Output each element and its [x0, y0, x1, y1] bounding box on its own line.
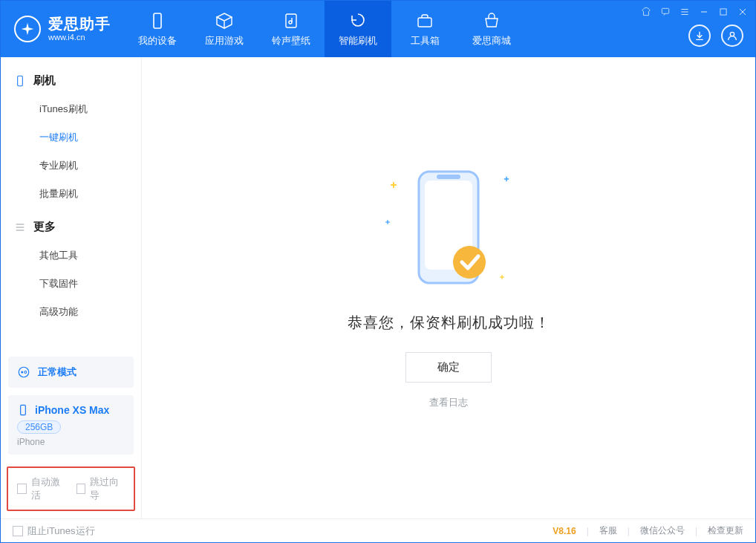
tab-label: 智能刷机	[339, 34, 377, 48]
footer-link-wechat[interactable]: 微信公众号	[640, 524, 685, 537]
tab-store[interactable]: 爱思商城	[458, 1, 525, 57]
logo-icon	[14, 16, 41, 42]
sidebar-item-batch-flash[interactable]: 批量刷机	[1, 180, 141, 208]
store-icon	[482, 11, 501, 30]
svg-point-2	[289, 21, 292, 24]
menu-icon[interactable]	[678, 5, 691, 19]
device-name: iPhone XS Max	[35, 404, 109, 416]
main-content: 恭喜您，保资料刷机成功啦！ 确定 查看日志	[142, 57, 755, 518]
main-nav: 我的设备 应用游戏 铃声壁纸 智能刷机 工具箱 爱思商城	[124, 1, 525, 57]
sidebar-item-other-tools[interactable]: 其他工具	[1, 241, 141, 270]
tab-label: 爱思商城	[472, 34, 511, 48]
skip-guide-checkbox[interactable]: 跳过向导	[76, 475, 126, 502]
svg-rect-0	[154, 13, 161, 28]
sidebar-item-onekey-flash[interactable]: 一键刷机	[1, 123, 141, 152]
tab-label: 铃声壁纸	[272, 34, 310, 48]
music-file-icon	[281, 11, 301, 30]
svg-rect-5	[662, 8, 668, 13]
feedback-icon[interactable]	[659, 5, 672, 19]
svg-rect-3	[418, 18, 431, 27]
success-title: 恭喜您，保资料刷机成功啦！	[348, 313, 550, 333]
tab-apps-games[interactable]: 应用游戏	[191, 1, 258, 57]
maximize-button[interactable]	[717, 5, 730, 19]
sidebar-section-more: 更多	[1, 212, 141, 241]
tab-label: 我的设备	[138, 34, 177, 48]
device-type: iPhone	[17, 437, 125, 447]
app-subtitle: www.i4.cn	[48, 33, 111, 42]
header: 爱思助手 www.i4.cn 我的设备 应用游戏 铃声壁纸 智能刷机	[1, 1, 755, 57]
cube-icon	[215, 11, 234, 30]
block-itunes-checkbox[interactable]: 阻止iTunes运行	[13, 524, 95, 538]
footer-link-check-update[interactable]: 检查更新	[708, 524, 743, 537]
tab-smart-flash[interactable]: 智能刷机	[325, 1, 391, 57]
device-mode-button[interactable]: 正常模式	[8, 357, 134, 388]
view-log-link[interactable]: 查看日志	[429, 396, 468, 409]
svg-point-10	[25, 371, 27, 374]
svg-rect-6	[720, 9, 726, 15]
download-button[interactable]	[688, 25, 711, 47]
sidebar-item-itunes-flash[interactable]: iTunes刷机	[1, 95, 141, 123]
svg-point-15	[453, 246, 486, 279]
device-card[interactable]: iPhone XS Max 256GB iPhone	[8, 395, 134, 455]
svg-rect-14	[437, 175, 460, 179]
success-illustration	[404, 167, 493, 293]
app-window: 爱思助手 www.i4.cn 我的设备 应用游戏 铃声壁纸 智能刷机	[0, 0, 756, 543]
close-button[interactable]	[736, 5, 749, 19]
mode-label: 正常模式	[38, 365, 76, 379]
svg-point-9	[21, 371, 23, 374]
footer: 阻止iTunes运行 V8.16 | 客服 | 微信公众号 | 检查更新	[1, 518, 755, 542]
body: 刷机 iTunes刷机 一键刷机 专业刷机 批量刷机 更多 其他工具 下载固件 …	[1, 57, 755, 518]
device-icon	[148, 11, 167, 30]
phone-icon	[14, 75, 26, 87]
window-controls	[639, 5, 749, 19]
tab-label: 工具箱	[411, 34, 440, 48]
tab-ringtones-wallpapers[interactable]: 铃声壁纸	[258, 1, 325, 57]
svg-point-4	[730, 32, 734, 36]
ok-button[interactable]: 确定	[405, 352, 492, 383]
bottom-options-highlight: 自动激活 跳过向导	[7, 466, 135, 511]
version-label: V8.16	[553, 526, 576, 536]
device-capacity-badge: 256GB	[17, 420, 61, 434]
toolbox-icon	[415, 11, 434, 30]
device-phone-icon	[17, 404, 29, 416]
app-title: 爱思助手	[48, 16, 111, 33]
tab-my-device[interactable]: 我的设备	[124, 1, 191, 57]
auto-activate-checkbox[interactable]: 自动激活	[17, 475, 66, 502]
user-button[interactable]	[721, 25, 743, 47]
sidebar-item-download-firmware[interactable]: 下载固件	[1, 270, 141, 298]
sidebar: 刷机 iTunes刷机 一键刷机 专业刷机 批量刷机 更多 其他工具 下载固件 …	[1, 57, 142, 518]
skin-icon[interactable]	[639, 5, 653, 19]
sidebar-item-advanced[interactable]: 高级功能	[1, 298, 141, 326]
minimize-button[interactable]	[697, 5, 711, 19]
svg-rect-7	[18, 76, 23, 85]
sidebar-section-flash: 刷机	[1, 66, 141, 95]
svg-rect-11	[21, 405, 26, 414]
app-logo: 爱思助手 www.i4.cn	[1, 1, 124, 57]
footer-link-support[interactable]: 客服	[599, 524, 617, 537]
svg-point-8	[19, 367, 29, 377]
list-icon	[14, 221, 26, 233]
refresh-shield-icon	[348, 11, 368, 30]
tab-label: 应用游戏	[205, 34, 244, 48]
sidebar-item-pro-flash[interactable]: 专业刷机	[1, 152, 141, 180]
mode-icon	[17, 365, 30, 379]
tab-toolbox[interactable]: 工具箱	[391, 1, 458, 57]
